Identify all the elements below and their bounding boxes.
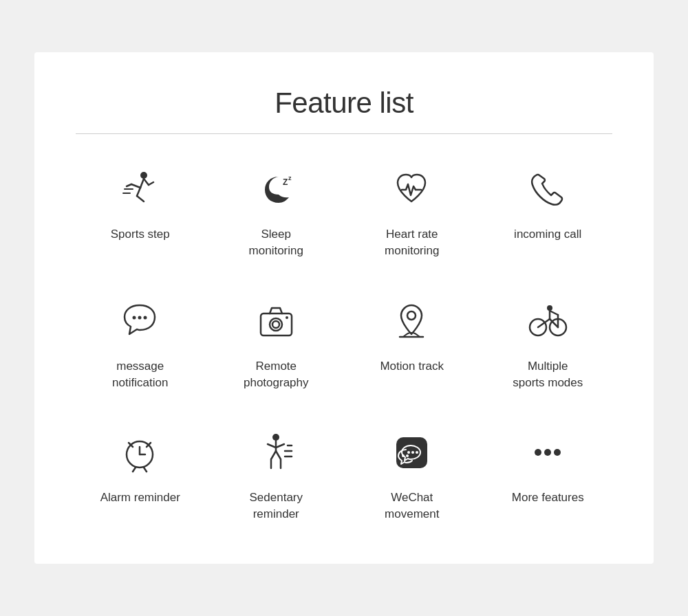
svg-point-11 <box>133 316 136 320</box>
page-title: Feature list <box>76 87 612 120</box>
features-grid: Sports step Z z Sleep monitoring Heart r… <box>76 162 612 522</box>
svg-line-5 <box>144 179 149 185</box>
svg-line-2 <box>131 184 140 188</box>
feature-label-remote-photography: Remote photography <box>244 358 309 391</box>
feature-label-incoming-call: incoming call <box>514 226 581 243</box>
feature-item-motion-track: Motion track <box>347 294 477 391</box>
running-icon <box>113 162 168 217</box>
svg-point-43 <box>407 451 410 454</box>
svg-line-25 <box>538 319 550 327</box>
svg-text:Z: Z <box>283 177 288 187</box>
feature-label-multiple-sports: Multiple sports modes <box>513 358 583 391</box>
svg-point-35 <box>272 434 279 441</box>
svg-line-1 <box>140 179 144 188</box>
feature-label-alarm-reminder: Alarm reminder <box>100 490 180 506</box>
feature-item-multiple-sports: Multiple sports modes <box>484 294 613 391</box>
feature-item-heart-rate: Heart rate monitoring <box>347 162 477 259</box>
camera-icon <box>248 294 303 349</box>
more-icon <box>520 425 575 480</box>
heart-rate-icon <box>385 162 440 217</box>
svg-line-26 <box>550 311 558 315</box>
feature-label-sedentary-reminder: Sedentary reminder <box>250 490 303 522</box>
sleep-icon: Z z <box>248 162 303 217</box>
svg-point-0 <box>140 172 147 179</box>
feature-item-incoming-call: incoming call <box>484 162 613 259</box>
feature-label-sports-step: Sports step <box>111 226 170 243</box>
feature-label-more-features: More features <box>512 490 584 506</box>
phone-icon <box>520 162 575 217</box>
feature-label-message-notification: message notification <box>112 358 168 391</box>
feature-item-alarm-reminder: Alarm reminder <box>76 425 205 522</box>
divider <box>76 133 612 134</box>
svg-point-16 <box>272 321 279 328</box>
chat-icon <box>113 294 168 349</box>
main-card: Feature list Sports step Z z Sleep monit… <box>34 52 654 564</box>
svg-line-4 <box>137 196 144 201</box>
svg-point-15 <box>270 318 282 331</box>
svg-point-45 <box>416 451 418 454</box>
svg-point-44 <box>411 451 414 454</box>
svg-text:z: z <box>288 175 292 182</box>
feature-label-wechat: WeChat movement <box>385 490 439 522</box>
feature-item-more-features: More features <box>484 425 613 522</box>
feature-item-wechat: WeChat movement <box>347 425 477 522</box>
svg-line-3 <box>137 188 140 196</box>
location-icon <box>385 294 440 349</box>
sedentary-icon <box>248 425 303 480</box>
svg-point-13 <box>144 316 147 320</box>
cycling-icon <box>520 294 575 349</box>
svg-point-12 <box>138 316 142 320</box>
feature-item-message-notification: message notification <box>76 294 205 391</box>
alarm-icon <box>113 425 168 480</box>
feature-item-remote-photography: Remote photography <box>212 294 341 391</box>
feature-item-sports-step: Sports step <box>76 162 205 259</box>
wechat-icon <box>385 425 440 480</box>
svg-point-47 <box>544 449 551 456</box>
feature-label-motion-track: Motion track <box>380 358 444 375</box>
svg-line-6 <box>149 182 153 185</box>
feature-item-sedentary-reminder: Sedentary reminder <box>212 425 341 522</box>
svg-point-46 <box>535 449 541 456</box>
feature-item-sleep-monitoring: Z z Sleep monitoring <box>212 162 341 259</box>
svg-point-17 <box>286 316 288 319</box>
svg-point-48 <box>554 449 561 456</box>
svg-line-33 <box>133 468 136 472</box>
svg-point-42 <box>406 454 409 457</box>
svg-point-18 <box>407 311 416 320</box>
feature-label-heart-rate: Heart rate monitoring <box>385 226 439 259</box>
feature-label-sleep-monitoring: Sleep monitoring <box>249 226 303 259</box>
svg-line-34 <box>144 468 147 472</box>
